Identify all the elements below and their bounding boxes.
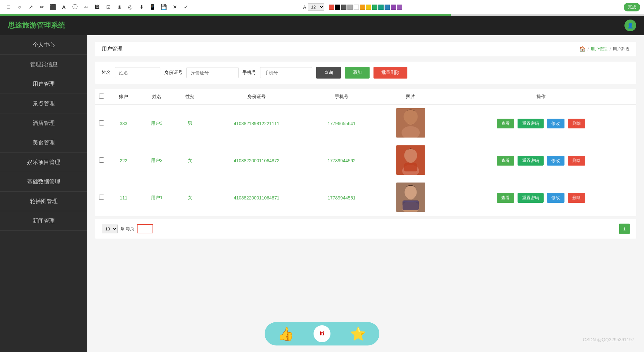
pencil-icon[interactable]: ✏ [37,3,46,12]
delete-btn-1[interactable]: 删除 [568,119,585,128]
top-toolbar: □ ○ ↗ ✏ ⬛ A ⓘ ↩ 🖼 ⊡ ⊕ ◎ ⬇ 📱 💾 ✕ ✓ 完成 A 1… [0,0,644,14]
photo-3 [375,179,446,216]
reset-btn-3[interactable]: 重置密码 [518,193,544,203]
edit-btn-1[interactable]: 修改 [547,119,564,128]
color-orange[interactable] [360,5,365,10]
thumbs-up-icon[interactable]: 👍 [278,326,294,342]
view-btn-3[interactable]: 查看 [497,193,514,203]
sidebar-item-food-management[interactable]: 美食管理 [0,133,87,153]
phone-2: 17789944562 [308,142,375,179]
idcard-2: 410882200011064872 [205,142,308,179]
account-2: 222 [108,142,139,179]
col-actions: 操作 [446,89,636,105]
finish-button[interactable]: 完成 [624,3,640,11]
page-size-select[interactable]: 102050 [102,225,118,233]
table-row: 111 用户1 女 410882200011064871 17789944561 [95,179,636,216]
shape-icon[interactable]: ⬛ [48,3,57,12]
color-palette [329,5,402,10]
undo-icon[interactable]: ↩ [81,3,91,12]
reset-btn-1[interactable]: 重置密码 [518,119,544,128]
current-page-btn[interactable]: 1 [619,224,630,234]
color-blue1[interactable] [385,5,390,10]
color-yellow[interactable] [366,5,371,10]
color-darkgray[interactable] [341,5,346,10]
photo-1 [375,105,446,142]
text-icon[interactable]: A [59,3,68,12]
circle-icon[interactable]: ○ [15,3,24,12]
actions-3: 查看 重置密码 修改 删除 [446,179,636,216]
add-button[interactable]: 添加 [345,67,370,79]
color-black[interactable] [335,5,340,10]
gender-2: 女 [175,142,205,179]
select-all-checkbox[interactable] [99,94,104,99]
reset-btn-2[interactable]: 重置密码 [518,156,544,166]
photo-box-3 [396,183,425,212]
row-checkbox-2[interactable] [99,157,104,163]
col-name: 姓名 [139,89,175,105]
phone-icon[interactable]: 📱 [148,3,157,12]
actions-1: 查看 重置密码 修改 删除 [446,105,636,142]
id-input[interactable] [186,67,239,78]
rect-icon[interactable]: □ [4,3,13,12]
sidebar-item-basic-data-management[interactable]: 基础数据管理 [0,172,87,192]
info-icon[interactable]: ⓘ [70,3,80,12]
photo-2 [375,142,446,179]
phone-3: 17789944561 [308,179,375,216]
name-input[interactable] [115,67,160,78]
breadcrumb-home-icon[interactable]: 🏠 [579,46,586,52]
actions-2: 查看 重置密码 修改 删除 [446,142,636,179]
edit-btn-2[interactable]: 修改 [547,156,564,166]
view-btn-2[interactable]: 查看 [497,156,514,166]
breadcrumb-user-management[interactable]: 用户管理 [591,46,607,52]
delete-btn-3[interactable]: 删除 [568,193,585,203]
main-layout: 个人中心 管理员信息 用户管理 景点管理 酒店管理 美食管理 娱乐项目管理 基础… [0,35,644,352]
checkmark-icon[interactable]: ✓ [181,3,190,12]
star-icon[interactable]: ⭐ [350,326,366,342]
csdn-logo-icon[interactable]: Iti [314,325,330,342]
sidebar-item-scenic-management[interactable]: 景点管理 [0,94,87,113]
color-green1[interactable] [372,5,377,10]
photo-box-1 [396,108,425,138]
download-icon[interactable]: ⬇ [137,3,146,12]
batch-delete-button[interactable]: 批量删除 [373,67,407,79]
sidebar-item-entertainment-management[interactable]: 娱乐项目管理 [0,153,87,172]
view-btn-1[interactable]: 查看 [497,119,514,128]
query-button[interactable]: 查询 [316,67,341,79]
gender-3: 女 [175,179,205,216]
color-purple[interactable] [391,5,396,10]
save-icon[interactable]: 💾 [159,3,168,12]
breadcrumb-sep2: / [609,47,611,51]
image-icon[interactable]: 🖼 [93,3,102,12]
account-1: 333 [108,105,139,142]
sidebar-item-hotel-management[interactable]: 酒店管理 [0,113,87,133]
sidebar-item-news-management[interactable]: 新闻管理 [0,211,87,231]
color-red[interactable] [329,5,334,10]
sidebar-item-user-management[interactable]: 用户管理 [0,74,87,94]
color-gray[interactable] [347,5,353,10]
page-input[interactable] [137,224,153,233]
color-white[interactable] [354,5,359,10]
color-purple2[interactable] [397,5,402,10]
sidebar-item-admin-info[interactable]: 管理员信息 [0,55,87,74]
main-content: 用户管理 🏠 / 用户管理 / 用户列表 姓名 身份证号 手机号 查询 添加 批… [87,35,644,352]
arrow-icon[interactable]: ↗ [26,3,35,12]
user-avatar[interactable]: 👤 [624,20,636,31]
row-checkbox-1[interactable] [99,120,104,125]
color-teal[interactable] [378,5,384,10]
phone-input[interactable] [260,67,312,78]
edit-btn-3[interactable]: 修改 [547,193,564,203]
crop-icon[interactable]: ⊡ [104,3,113,12]
cursor-plus-icon[interactable]: ⊕ [115,3,124,12]
delete-btn-2[interactable]: 删除 [568,156,585,166]
name-1: 用户3 [139,105,175,142]
close-icon[interactable]: ✕ [170,3,179,12]
row-checkbox-3[interactable] [99,195,104,200]
font-size-select[interactable]: 12141618 [308,3,324,11]
sidebar-item-carousel-management[interactable]: 轮播图管理 [0,192,87,211]
target-icon[interactable]: ◎ [126,3,135,12]
photo-face-1 [396,108,425,138]
sidebar-item-personal-center[interactable]: 个人中心 [0,35,87,55]
phone-label: 手机号 [242,70,256,76]
per-page-label: 条 每页 [120,226,134,232]
app-title: 思途旅游管理系统 [8,21,65,30]
